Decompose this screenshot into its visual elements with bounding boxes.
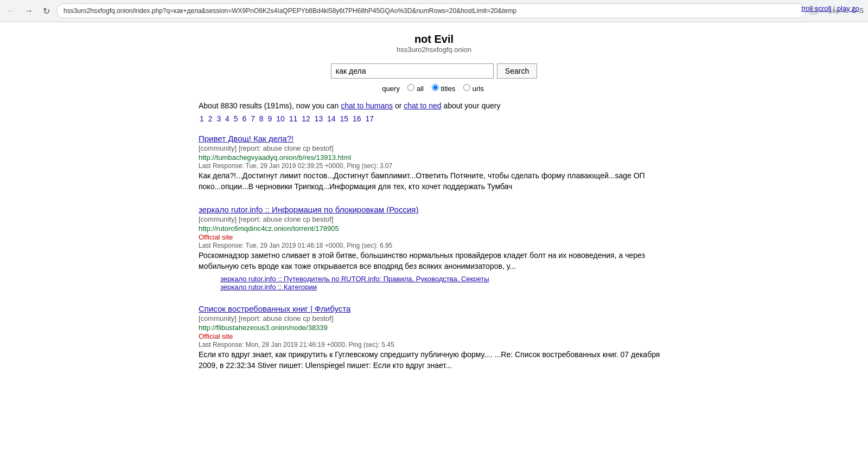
result-meta-0: [community] [report: abuse clone cp best…	[199, 144, 669, 152]
page-link-16[interactable]: 16	[353, 114, 361, 123]
site-header: not Evil hss3uro2hsxfogfq.onion	[199, 33, 669, 54]
result-ping-2: Last Response: Mon, 28 Jan 2019 21:46:19…	[199, 341, 669, 349]
pagination-text: 1 2 3 4 5 6 7 8 9 10 11 12 13 14 15 16 1…	[199, 114, 375, 123]
query-label: query	[382, 85, 400, 93]
result-snippet-1: Роскомнадзор заметно сливает в этой битв…	[199, 250, 669, 272]
page-link-17[interactable]: 17	[365, 114, 374, 123]
forward-button[interactable]: →	[22, 4, 36, 18]
search-input[interactable]	[331, 63, 494, 79]
all-label-text: all	[417, 85, 424, 93]
result-ping-0: Last Response: Tue, 29 Jan 2019 02:39:25…	[199, 162, 669, 170]
results-or: or	[395, 101, 401, 110]
play-zo-link[interactable]: play zo	[837, 4, 859, 12]
address-bar[interactable]	[56, 3, 806, 18]
page-link-1[interactable]: 1	[200, 114, 204, 123]
result-item-1: зеркало rutor.info :: Информация по блок…	[199, 205, 669, 291]
results-container: Привет Двощ! Как дела?![community] [repo…	[199, 134, 669, 371]
all-radio-label[interactable]: all	[407, 85, 425, 93]
page-link-6[interactable]: 6	[242, 114, 246, 123]
page-link-5[interactable]: 5	[234, 114, 238, 123]
titles-radio[interactable]	[432, 84, 439, 91]
browser-toolbar: ← → ↻ ⬜ ··· php ☆ S S	[0, 0, 868, 22]
chat-humans-link[interactable]: chat to humans	[341, 101, 393, 110]
result-item-0: Привет Двощ! Как дела?![community] [repo…	[199, 134, 669, 192]
search-form: Search	[331, 63, 537, 79]
result-snippet-0: Как дела?!...Достигнут лимит постов...До…	[199, 171, 669, 192]
result-ping-1: Last Response: Tue, 29 Jan 2019 01:46:18…	[199, 242, 669, 249]
page-content: not Evil hss3uro2hsxfogfq.onion Search q…	[190, 22, 678, 395]
link-separator: |	[833, 4, 837, 12]
page-link-8[interactable]: 8	[259, 114, 264, 123]
sub-link-1-0[interactable]: зеркало rutor.info :: Путеводитель по RU…	[220, 275, 669, 283]
result-meta-2: [community] [report: abuse clone cp best…	[199, 314, 669, 322]
official-site-2: Official site	[199, 332, 669, 340]
result-url-1: http://rutorc6mqdinc4cz.onion/torrent/17…	[199, 224, 669, 233]
result-title-link-0[interactable]: Привет Двощ! Как дела?!	[199, 134, 293, 143]
results-info: About 8830 results (191ms), now you can …	[199, 101, 669, 110]
urls-label-text: urls	[473, 85, 484, 93]
results-summary: About 8830 results (191ms), now you can	[199, 101, 339, 110]
reload-button[interactable]: ↻	[39, 4, 53, 18]
site-domain: hss3uro2hsxfogfq.onion	[199, 46, 669, 54]
urls-radio-label[interactable]: urls	[463, 85, 484, 93]
profile-icon2: S	[859, 7, 864, 15]
search-container: Search	[199, 63, 669, 79]
search-button[interactable]: Search	[497, 63, 537, 79]
result-snippet-2: Если кто вдруг знает, как прикрутить к Г…	[199, 350, 669, 371]
pagination: 1 2 3 4 5 6 7 8 9 10 11 12 13 14 15 16 1…	[199, 114, 669, 123]
search-options: query all titles urls	[199, 84, 669, 93]
result-item-2: Список востребованных книг | Флибуста[co…	[199, 304, 669, 371]
site-title: not Evil	[199, 33, 669, 46]
result-meta-1: [community] [report: abuse clone cp best…	[199, 215, 669, 223]
results-about: about your query	[443, 101, 500, 110]
titles-radio-label[interactable]: titles	[432, 85, 457, 93]
back-button[interactable]: ←	[4, 4, 18, 18]
page-link-2[interactable]: 2	[208, 114, 213, 123]
page-link-9[interactable]: 9	[268, 114, 272, 123]
page-link-7[interactable]: 7	[251, 114, 255, 123]
page-link-15[interactable]: 15	[340, 114, 349, 123]
page-link-13[interactable]: 13	[315, 114, 323, 123]
page-link-11[interactable]: 11	[289, 114, 298, 123]
troll-links: troll scroll | play zo	[801, 4, 859, 12]
page-link-10[interactable]: 10	[276, 114, 285, 123]
page-link-3[interactable]: 3	[216, 114, 221, 123]
result-title-link-2[interactable]: Список востребованных книг | Флибуста	[199, 304, 350, 313]
page-link-14[interactable]: 14	[327, 114, 336, 123]
result-title-2: Список востребованных книг | Флибуста	[199, 304, 669, 313]
chat-ned-link[interactable]: chat to ned	[404, 101, 441, 110]
result-title-link-1[interactable]: зеркало rutor.info :: Информация по блок…	[199, 205, 418, 214]
sub-links-1: зеркало rutor.info :: Путеводитель по RU…	[220, 275, 669, 291]
result-title-0: Привет Двощ! Как дела?!	[199, 134, 669, 143]
all-radio[interactable]	[407, 84, 414, 91]
browser-chrome: ← → ↻ ⬜ ··· php ☆ S S troll scroll | pla…	[0, 0, 868, 22]
sub-link-1-1[interactable]: зеркало rutor.info :: Категории	[220, 283, 669, 291]
result-title-1: зеркало rutor.info :: Информация по блок…	[199, 205, 669, 214]
page-link-4[interactable]: 4	[225, 114, 229, 123]
page-link-12[interactable]: 12	[302, 114, 310, 123]
urls-radio[interactable]	[463, 84, 470, 91]
result-url-2: http://flibustahezeous3.onion/node/38339	[199, 324, 669, 332]
official-site-1: Official site	[199, 233, 669, 241]
result-url-0: http://tumbachegvyaadyq.onion/b/res/1391…	[199, 153, 669, 162]
troll-scroll-link[interactable]: troll scroll	[801, 4, 831, 12]
titles-label-text: titles	[441, 85, 455, 93]
